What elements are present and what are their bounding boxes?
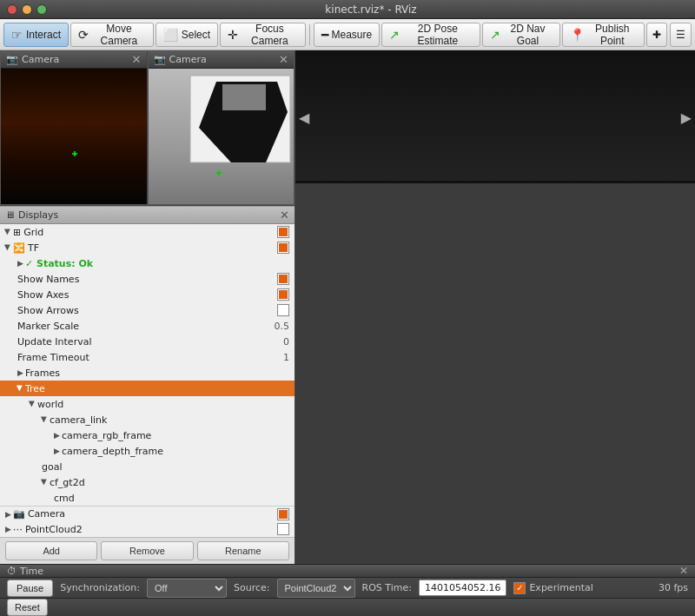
tf-status: ▶ ✓ Status: Ok [0, 255, 295, 271]
show-axes[interactable]: Show Axes [0, 287, 295, 302]
show-arrows[interactable]: Show Arrows [0, 302, 295, 318]
grid-checkbox[interactable] [277, 226, 289, 238]
pause-button[interactable]: Pause [7, 580, 53, 597]
display-grid[interactable]: ▶ ⊞ Grid [0, 224, 295, 240]
pose-estimate-button[interactable]: ↗ 2D Pose Estimate [381, 23, 480, 47]
experimental-checkbox[interactable] [513, 582, 526, 594]
pointcloud-label: PointCloud2 [25, 524, 274, 535]
publish-point-button[interactable]: 📍 Publish Point [562, 23, 645, 47]
camera-link-node[interactable]: ▶ camera_link [0, 412, 295, 427]
statusbar: ⏱ Time ✕ Pause Synchronization: Off Appr… [0, 564, 695, 616]
camera-depth-frame-node[interactable]: ▶ camera_depth_frame [0, 443, 295, 459]
interact-icon: ☞ [11, 28, 23, 42]
source-select[interactable]: PointCloud2 [277, 579, 355, 598]
displays-list[interactable]: ▶ ⊞ Grid ▶ 🔀 TF ▶ [0, 224, 295, 537]
camera-rgb-frame-node[interactable]: ▶ camera_rgb_frame [0, 427, 295, 443]
view3d-left-arrow[interactable]: ◀ [299, 109, 309, 125]
camera-depth-arrow: ▶ [54, 447, 60, 455]
nav-goal-button[interactable]: ↗ 2D Nav Goal [482, 23, 560, 47]
camera-link-label: camera_link [50, 414, 289, 426]
time-close[interactable]: ✕ [679, 565, 688, 577]
camera1-title-area: 📷 Camera [6, 54, 59, 65]
separator [309, 24, 310, 45]
show-names-label: Show Names [17, 274, 274, 285]
time-icon: ⏱ [7, 566, 17, 577]
select-label: Select [182, 29, 210, 41]
svg-rect-0 [1, 69, 147, 204]
camera-display-checkbox[interactable] [277, 508, 289, 520]
reset-row: Reset [0, 598, 695, 616]
focus-label: Focus Camera [242, 23, 298, 47]
camera2-content [149, 69, 295, 204]
frame-timeout[interactable]: Frame Timeout 1 [0, 349, 295, 365]
show-arrows-checkbox[interactable] [277, 304, 289, 316]
pose-label: 2D Pose Estimate [403, 23, 472, 47]
frame-timeout-value: 1 [283, 352, 289, 363]
3d-viewport[interactable]: camera_rgb_optical_frame ◀ ▶ [295, 50, 695, 183]
select-button[interactable]: ⬜ Select [156, 23, 218, 47]
move-camera-label: Move Camera [92, 23, 146, 47]
update-interval-value: 0 [283, 336, 289, 348]
time-titlebar: ⏱ Time ✕ [0, 565, 695, 578]
camera1-icon: 📷 [6, 54, 18, 65]
interact-button[interactable]: ☞ Interact [3, 23, 69, 47]
marker-scale-label: Marker Scale [17, 321, 275, 332]
world-node[interactable]: ▶ world [0, 396, 295, 412]
titlebar: kinect.rviz* - RViz [0, 0, 695, 19]
tf-label: TF [28, 242, 274, 254]
cf-gt2d-node[interactable]: ▶ cf_gt2d [0, 474, 295, 490]
main-toolbar: ☞ Interact ⟳ Move Camera ⬜ Select ✛ Focu… [0, 19, 695, 50]
tree-arrow: ▶ [16, 386, 24, 392]
displays-close[interactable]: ✕ [280, 209, 289, 222]
move-camera-button[interactable]: ⟳ Move Camera [70, 23, 154, 47]
minimize-button[interactable] [22, 4, 32, 15]
pose-icon: ↗ [389, 28, 400, 42]
camera1-view [1, 69, 147, 204]
3d-grid-svg: camera_rgb_optical_frame [295, 50, 695, 181]
camera1-title: Camera [22, 54, 59, 65]
camera1-panel: 📷 Camera ✕ [0, 50, 148, 205]
pointcloud-arrow: ▶ [5, 525, 11, 533]
grid-icon: ⊞ [13, 227, 21, 238]
displays-title-text: Displays [18, 209, 58, 221]
remove-display-button[interactable]: Remove [101, 541, 193, 560]
display-tf[interactable]: ▶ 🔀 TF [0, 240, 295, 255]
svg-rect-35 [295, 50, 695, 181]
display-pointcloud[interactable]: ▶ ⋯ PointCloud2 [0, 521, 295, 537]
maximize-button[interactable] [36, 4, 47, 15]
sync-select[interactable]: Off Approximate Exact [147, 579, 227, 598]
experimental-area: Experimental [513, 582, 592, 594]
show-names[interactable]: Show Names [0, 271, 295, 287]
reset-button[interactable]: Reset [7, 599, 48, 616]
goal-node[interactable]: goal [0, 459, 295, 474]
view3d-right-arrow[interactable]: ▶ [681, 109, 692, 125]
marker-scale[interactable]: Marker Scale 0.5 [0, 318, 295, 334]
add-display-button[interactable]: Add [5, 541, 97, 560]
display-camera[interactable]: ▶ 📷 Camera [0, 506, 295, 521]
tf-checkbox[interactable] [277, 242, 289, 254]
camera1-close[interactable]: ✕ [132, 54, 142, 65]
camera1-titlebar: 📷 Camera ✕ [1, 51, 147, 69]
camera-display-arrow: ▶ [5, 510, 11, 519]
tree-item[interactable]: ▶ Tree [0, 381, 295, 396]
update-interval[interactable]: Update Interval 0 [0, 334, 295, 349]
show-names-checkbox[interactable] [277, 273, 289, 285]
cmd-label: cmd [54, 493, 289, 504]
frames-group[interactable]: ▶ Frames [0, 365, 295, 381]
ros-time-label: ROS Time: [362, 582, 412, 593]
camera-link-arrow: ▶ [40, 417, 49, 423]
add-tool-button[interactable]: ✚ [646, 23, 667, 47]
focus-camera-button[interactable]: ✛ Focus Camera [220, 23, 306, 47]
svg-rect-19 [222, 84, 266, 110]
pointcloud-checkbox[interactable] [277, 523, 289, 535]
cmd-node[interactable]: cmd [0, 490, 295, 506]
cf-gt2d-label: cf_gt2d [50, 477, 289, 488]
tf-status-text: ✓ Status: Ok [25, 258, 93, 269]
marker-scale-value: 0.5 [275, 321, 290, 332]
close-button[interactable] [7, 4, 17, 15]
menu-button[interactable]: ☰ [670, 23, 692, 47]
camera2-close[interactable]: ✕ [279, 54, 288, 65]
rename-display-button[interactable]: Rename [197, 541, 289, 560]
measure-button[interactable]: ━ Measure [314, 23, 381, 47]
show-axes-checkbox[interactable] [277, 288, 289, 301]
